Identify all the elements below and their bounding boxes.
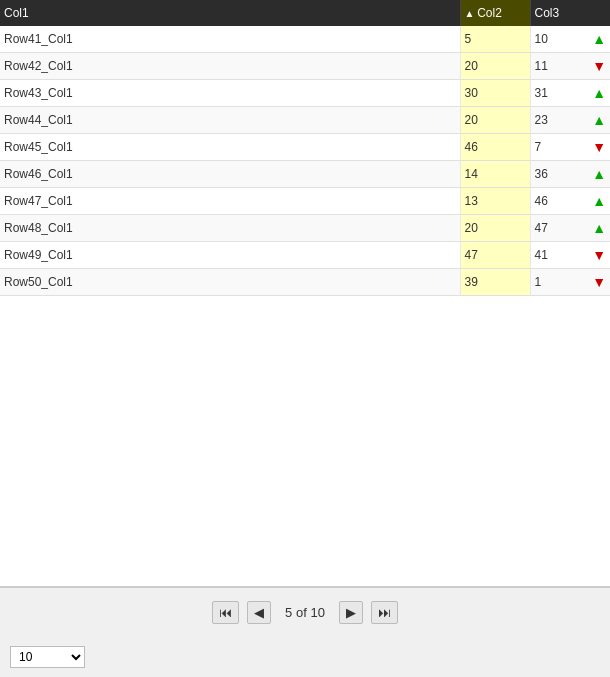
col3-header-label: Col3: [535, 6, 560, 20]
col3-cell: 10▲: [531, 26, 611, 52]
next-page-button[interactable]: ▶: [339, 601, 363, 624]
down-arrow-icon: ▼: [592, 58, 606, 74]
down-arrow-icon: ▼: [592, 139, 606, 155]
col3-value: 23: [535, 113, 548, 127]
table-row: Row42_Col12011▼: [0, 53, 610, 80]
col3-header[interactable]: Col3: [530, 0, 610, 26]
col3-value: 47: [535, 221, 548, 235]
col1-cell: Row46_Col1: [0, 161, 460, 188]
col3-cell: 47▲: [531, 215, 611, 241]
table-row: Row44_Col12023▲: [0, 107, 610, 134]
up-arrow-icon: ▲: [592, 220, 606, 236]
col2-cell: 5: [460, 26, 530, 53]
page-info: 5 of 10: [285, 605, 325, 620]
table-row: Row49_Col14741▼: [0, 242, 610, 269]
col2-header[interactable]: Cold ▲ Col2: [460, 0, 530, 26]
col1-cell: Row42_Col1: [0, 53, 460, 80]
prev-page-button[interactable]: ◀: [247, 601, 271, 624]
up-arrow-icon: ▲: [592, 31, 606, 47]
col2-cell: 47: [460, 242, 530, 269]
pagination-bar: ⏮ ◀ 5 of 10 ▶ ⏭: [0, 587, 610, 637]
up-arrow-icon: ▲: [592, 112, 606, 128]
col3-cell: 7▼: [531, 134, 611, 160]
table-area: Col1 Cold ▲ Col2 Col3 Row41_Col1510▲Row4…: [0, 0, 610, 587]
col2-header-label: Col2: [477, 6, 502, 20]
up-arrow-icon: ▲: [592, 193, 606, 209]
col2-sort-icon: ▲: [465, 8, 478, 19]
col3-value: 1: [535, 275, 542, 289]
col1-cell: Row41_Col1: [0, 26, 460, 53]
col1-header[interactable]: Col1: [0, 0, 460, 26]
down-arrow-icon: ▼: [592, 247, 606, 263]
main-container: Col1 Cold ▲ Col2 Col3 Row41_Col1510▲Row4…: [0, 0, 610, 677]
table-row: Row50_Col1391▼: [0, 269, 610, 296]
col1-cell: Row47_Col1: [0, 188, 460, 215]
col3-value: 10: [535, 32, 548, 46]
col2-cell: 20: [460, 53, 530, 80]
col3-value: 11: [535, 59, 548, 73]
col2-cell: 14: [460, 161, 530, 188]
down-arrow-icon: ▼: [592, 274, 606, 290]
table-row: Row43_Col13031▲: [0, 80, 610, 107]
up-arrow-icon: ▲: [592, 85, 606, 101]
first-page-button[interactable]: ⏮: [212, 601, 239, 624]
table-row: Row48_Col12047▲: [0, 215, 610, 242]
table-row: Row41_Col1510▲: [0, 26, 610, 53]
page-size-select[interactable]: 102550100: [10, 646, 85, 668]
col1-cell: Row45_Col1: [0, 134, 460, 161]
col1-cell: Row44_Col1: [0, 107, 460, 134]
col1-cell: Row50_Col1: [0, 269, 460, 296]
last-page-button[interactable]: ⏭: [371, 601, 398, 624]
col1-cell: Row48_Col1: [0, 215, 460, 242]
col1-cell: Row43_Col1: [0, 80, 460, 107]
col3-value: 41: [535, 248, 548, 262]
col3-value: 31: [535, 86, 548, 100]
col2-cell: 20: [460, 107, 530, 134]
col3-cell: 1▼: [531, 269, 611, 295]
col3-cell: 11▼: [531, 53, 611, 79]
col3-value: 36: [535, 167, 548, 181]
col3-cell: 23▲: [531, 107, 611, 133]
col3-cell: 46▲: [531, 188, 611, 214]
bottom-controls: 102550100: [0, 637, 610, 677]
col2-cell: 30: [460, 80, 530, 107]
table-row: Row47_Col11346▲: [0, 188, 610, 215]
col1-cell: Row49_Col1: [0, 242, 460, 269]
col1-header-label: Col1: [4, 6, 29, 20]
table-row: Row46_Col11436▲: [0, 161, 610, 188]
col3-value: 46: [535, 194, 548, 208]
col3-cell: 36▲: [531, 161, 611, 187]
col3-cell: 41▼: [531, 242, 611, 268]
table-row: Row45_Col1467▼: [0, 134, 610, 161]
data-table: Col1 Cold ▲ Col2 Col3 Row41_Col1510▲Row4…: [0, 0, 610, 296]
col2-cell: 46: [460, 134, 530, 161]
col2-cell: 39: [460, 269, 530, 296]
col3-cell: 31▲: [531, 80, 611, 106]
col2-cell: 13: [460, 188, 530, 215]
up-arrow-icon: ▲: [592, 166, 606, 182]
col2-cell: 20: [460, 215, 530, 242]
col3-value: 7: [535, 140, 542, 154]
